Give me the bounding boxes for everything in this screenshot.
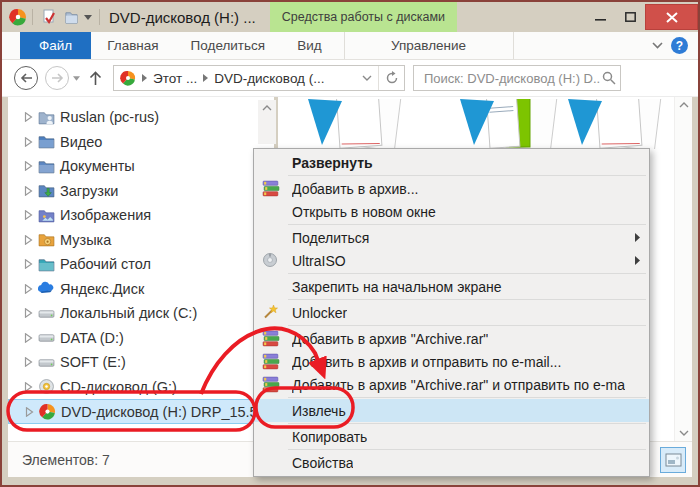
expander-icon[interactable] [20,256,36,272]
chevron-down-icon[interactable] [679,430,689,436]
sidebar-item-label: Локальный диск (C:) [60,305,197,321]
sidebar-item-video[interactable]: Видео [8,130,274,155]
menu-separator [288,273,646,274]
search-box[interactable] [413,65,621,91]
sidebar-item-dvd-drive[interactable]: DVD-дисковод (H:) DRP_15.5 [8,399,258,424]
expander-icon[interactable] [20,207,36,223]
sidebar-item-pictures[interactable]: Изображения [8,203,274,228]
expander-icon[interactable] [20,354,36,370]
folder-item-icon[interactable] [566,99,662,149]
content-scrollbar[interactable] [674,97,692,441]
new-folder-icon [64,10,79,25]
menu-item-share[interactable]: Поделиться [254,226,649,249]
titlebar-separator [99,9,100,25]
recent-locations-button[interactable] [69,76,83,81]
driverpack-disc-icon [120,70,136,86]
minimize-button[interactable] [585,4,615,30]
expander-icon[interactable] [20,232,36,248]
menu-item-open-new-window[interactable]: Открыть в новом окне [254,200,649,223]
expander-icon[interactable] [20,134,36,150]
tab-view[interactable]: Вид [281,32,337,59]
unlocker-icon [262,304,283,321]
expander-icon[interactable] [20,183,36,199]
menu-item-add-to-archive[interactable]: Добавить в архив... [254,177,649,200]
winrar-icon [262,353,283,370]
thumbnail-view-button[interactable] [660,447,686,473]
sidebar-item-disk-c[interactable]: Локальный диск (C:) [8,301,274,326]
sidebar-item-yandex-disk[interactable]: Яндекс.Диск [8,277,274,302]
breadcrumb-arrow-icon [203,74,208,82]
sidebar-item-documents[interactable]: Документы [8,154,274,179]
expander-icon[interactable] [20,379,36,395]
tab-home[interactable]: Главная [91,32,174,59]
sidebar-item-label: Рабочий стол [60,256,151,272]
sidebar-item-ruslan[interactable]: Ruslan (pc-rus) [8,105,274,130]
menu-item-pin-to-start[interactable]: Закрепить на начальном экране [254,275,649,298]
titlebar-separator [32,9,33,25]
menu-separator [288,299,646,300]
winrar-icon [262,376,283,393]
refresh-button[interactable] [378,66,404,90]
expander-icon[interactable] [20,330,36,346]
hard-drive-icon [38,329,55,346]
submenu-arrow-icon [635,233,640,242]
tree-scrollbar-up-button[interactable] [258,100,276,144]
maximize-button[interactable] [615,4,645,30]
up-button[interactable] [83,71,107,86]
close-button[interactable] [645,4,698,30]
help-button[interactable]: ? [671,37,688,54]
folder-item-icon[interactable] [458,99,558,149]
titlebar: DVD-дисковод (H:) ... Средства работы с … [2,2,698,32]
qat-customize-button[interactable] [82,7,94,27]
items-count-label: Элементов: 7 [22,452,110,468]
expander-icon[interactable] [20,281,36,297]
tab-share[interactable]: Поделиться [175,32,282,59]
sidebar-item-cd-drive[interactable]: CD-дисковод (G:) [8,375,274,400]
expander-icon[interactable] [20,109,36,125]
arrow-left-icon [20,73,33,83]
folder-item-icon[interactable] [306,99,402,149]
menu-item-add-archive-rar-email[interactable]: Добавить в архив "Archive.rar" и отправи… [254,373,649,396]
breadcrumb-this-pc[interactable]: Этот ... [153,71,197,86]
breadcrumb-dvd-drive[interactable]: DVD-дисковод (... [214,71,324,86]
ultraiso-icon [262,252,283,269]
sidebar-item-music[interactable]: Музыка [8,228,274,253]
downloads-folder-icon [38,182,55,199]
disk-tools-contextual-badge[interactable]: Средства работы с дисками [270,2,457,32]
hard-drive-icon [38,305,55,322]
window-title: DVD-дисковод (H:) ... [109,9,256,26]
hard-drive-icon [38,354,55,371]
menu-item-copy[interactable]: Копировать [254,425,649,448]
expander-icon[interactable] [20,305,36,321]
menu-separator [288,397,646,398]
chevron-up-icon[interactable] [679,102,689,108]
menu-separator [288,224,646,225]
menu-item-add-archive-rar[interactable]: Добавить в архив "Archive.rar" [254,327,649,350]
sidebar-item-downloads[interactable]: Загрузки [8,179,274,204]
menu-item-add-archive-email[interactable]: Добавить в архив и отправить по e-mail..… [254,350,649,373]
expander-icon[interactable] [21,404,37,420]
menu-item-unlocker[interactable]: Unlocker [254,301,649,324]
sidebar-item-label: DATA (D:) [60,330,124,346]
menu-item-properties[interactable]: Свойства [254,451,649,474]
menu-item-ultraiso[interactable]: UltraISO [254,249,649,272]
tab-manage[interactable]: Управление [375,38,482,53]
contextual-tab-group: Управление [344,32,514,59]
expander-icon[interactable] [20,158,36,174]
address-dropdown-button[interactable] [356,75,378,81]
menu-item-eject[interactable]: Извлечь [254,399,649,422]
back-button[interactable] [14,66,38,90]
sidebar-item-desktop[interactable]: Рабочий стол [8,252,274,277]
tab-file[interactable]: Файл [20,32,91,59]
address-bar[interactable]: Этот ... DVD-дисковод (... [113,65,405,91]
sidebar-item-disk-d[interactable]: DATA (D:) [8,326,274,351]
menu-item-mount[interactable]: Развернуть [254,151,649,174]
forward-button[interactable] [45,66,69,90]
chevron-down-icon [652,42,663,49]
properties-quick-button[interactable] [39,7,59,27]
new-folder-quick-button[interactable] [61,7,81,27]
sidebar-item-disk-e[interactable]: SOFT (E:) [8,350,274,375]
refresh-icon [385,71,399,85]
ribbon-collapse-button[interactable] [652,42,663,49]
search-input[interactable] [422,70,602,87]
